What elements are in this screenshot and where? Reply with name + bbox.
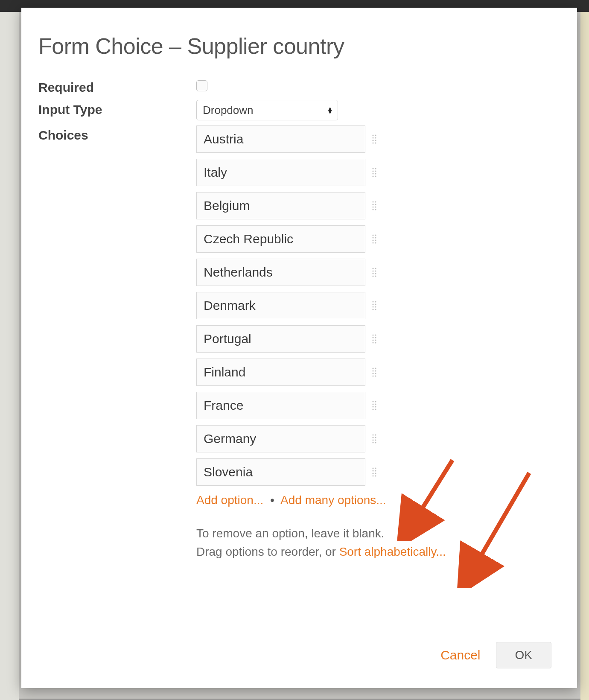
add-many-options-link[interactable]: Add many options... [280, 493, 386, 507]
svg-point-2 [372, 137, 373, 138]
svg-point-22 [372, 209, 373, 210]
svg-point-81 [375, 467, 376, 469]
input-type-label: Input Type [38, 100, 196, 117]
svg-point-3 [375, 137, 376, 138]
choice-input[interactable] [196, 392, 365, 419]
choice-input[interactable] [196, 359, 365, 386]
svg-point-35 [375, 270, 376, 271]
choice-input[interactable] [196, 458, 365, 486]
cancel-button[interactable]: Cancel [440, 648, 480, 662]
svg-point-85 [375, 472, 376, 474]
modal-title: Form Choice – Supplier country [38, 33, 551, 59]
svg-point-1 [375, 134, 376, 136]
svg-point-5 [375, 140, 376, 141]
svg-point-41 [375, 301, 376, 302]
drag-handle-icon[interactable] [372, 267, 376, 277]
svg-point-73 [375, 434, 376, 435]
choice-input[interactable] [196, 192, 365, 219]
svg-point-82 [372, 470, 373, 471]
choice-row [196, 425, 551, 452]
choice-input[interactable] [196, 325, 365, 353]
svg-point-60 [372, 373, 373, 374]
svg-point-19 [375, 204, 376, 205]
svg-point-64 [372, 401, 373, 402]
svg-point-10 [372, 170, 373, 172]
required-checkbox[interactable] [196, 80, 207, 91]
choice-row [196, 292, 551, 319]
svg-point-46 [372, 309, 373, 310]
choice-input[interactable] [196, 225, 365, 253]
choice-row [196, 458, 551, 486]
svg-point-39 [375, 275, 376, 277]
svg-point-8 [372, 168, 373, 169]
choice-input[interactable] [196, 259, 365, 286]
svg-point-26 [372, 237, 373, 238]
svg-point-66 [372, 403, 373, 405]
svg-point-76 [372, 439, 373, 440]
svg-point-40 [372, 301, 373, 302]
background-left-text [0, 12, 19, 700]
svg-point-68 [372, 406, 373, 407]
svg-point-83 [375, 470, 376, 471]
drag-handle-icon[interactable] [372, 300, 376, 311]
svg-point-18 [372, 204, 373, 205]
svg-point-48 [372, 334, 373, 335]
choice-list [196, 125, 551, 486]
drag-handle-icon[interactable] [372, 400, 376, 411]
svg-point-84 [372, 472, 373, 474]
hint-line-2: Drag options to reorder, or Sort alphabe… [196, 542, 551, 561]
choice-row [196, 192, 551, 219]
svg-point-29 [375, 239, 376, 241]
ok-button[interactable]: OK [496, 642, 551, 668]
svg-point-61 [375, 373, 376, 374]
choice-input[interactable] [196, 125, 365, 153]
svg-point-56 [372, 368, 373, 369]
modal-footer: Cancel OK [440, 642, 551, 668]
svg-point-65 [375, 401, 376, 402]
drag-handle-icon[interactable] [372, 367, 376, 377]
drag-handle-icon[interactable] [372, 234, 376, 244]
svg-point-36 [372, 273, 373, 274]
svg-point-80 [372, 467, 373, 469]
svg-point-63 [375, 375, 376, 376]
drag-handle-icon[interactable] [372, 434, 376, 444]
svg-point-47 [375, 309, 376, 310]
choice-row [196, 259, 551, 286]
svg-point-53 [375, 339, 376, 341]
choice-input[interactable] [196, 292, 365, 319]
required-label: Required [38, 78, 196, 95]
svg-point-62 [372, 375, 373, 376]
svg-point-38 [372, 275, 373, 277]
svg-point-20 [372, 206, 373, 207]
svg-point-4 [372, 140, 373, 141]
drag-handle-icon[interactable] [372, 467, 376, 477]
sort-alphabetically-link[interactable]: Sort alphabetically... [339, 545, 446, 558]
svg-point-12 [372, 173, 373, 174]
add-option-link[interactable]: Add option... [196, 493, 263, 507]
choice-input[interactable] [196, 159, 365, 186]
hint-text: To remove an option, leave it blank. Dra… [196, 524, 551, 561]
svg-point-44 [372, 306, 373, 307]
drag-handle-icon[interactable] [372, 134, 376, 144]
svg-point-16 [372, 201, 373, 202]
svg-point-0 [372, 134, 373, 136]
input-type-select[interactable]: Dropdown [196, 100, 338, 120]
svg-point-11 [375, 170, 376, 172]
svg-point-69 [375, 406, 376, 407]
background-right-text [580, 12, 589, 700]
drag-handle-icon[interactable] [372, 334, 376, 344]
svg-point-79 [375, 442, 376, 443]
svg-point-28 [372, 239, 373, 241]
drag-handle-icon[interactable] [372, 201, 376, 211]
choices-label: Choices [38, 125, 196, 143]
choice-input[interactable] [196, 425, 365, 452]
svg-point-15 [375, 175, 376, 177]
svg-point-57 [375, 368, 376, 369]
svg-point-55 [375, 342, 376, 343]
svg-point-21 [375, 206, 376, 207]
choice-row [196, 125, 551, 153]
drag-handle-icon[interactable] [372, 167, 376, 178]
hint-prefix: Drag options to reorder, or [196, 545, 339, 558]
svg-point-30 [372, 242, 373, 243]
svg-point-24 [372, 234, 373, 236]
